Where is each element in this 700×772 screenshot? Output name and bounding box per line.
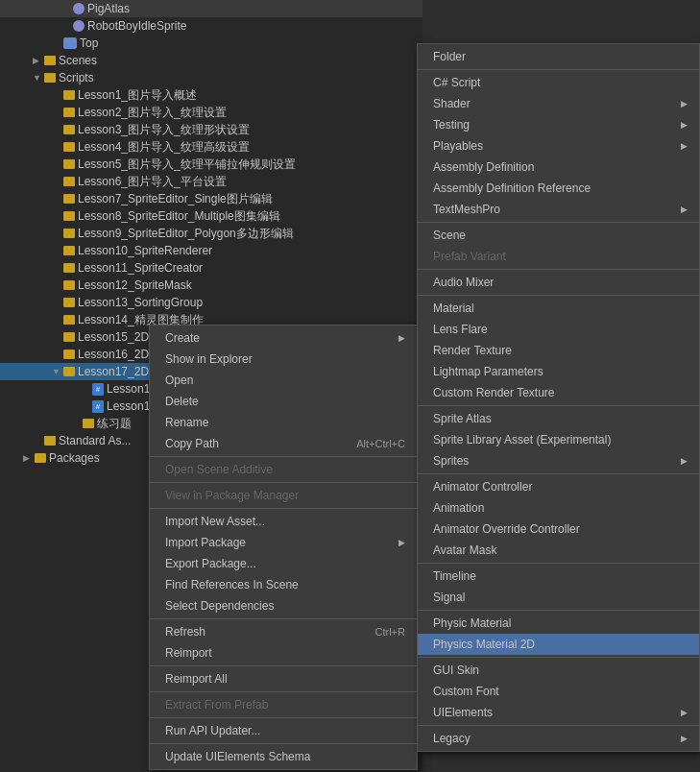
tree-item-label: Lesson2_图片导入_纹理设置 [78,105,227,121]
right-menu-item-label: Timeline [433,569,476,583]
right-menu-item-c#-script[interactable]: C# Script [418,72,699,93]
folder-icon [63,177,75,186]
right-menu-item-playables[interactable]: Playables [418,135,699,157]
left-menu-item-reimport[interactable]: Reimport [150,642,417,663]
tree-item-1[interactable]: RobotBoyIdleSprite [0,17,422,35]
tree-item-8[interactable]: Lesson4_图片导入_纹理高级设置 [0,138,422,156]
right-menu-item-avatar-mask[interactable]: Avatar Mask [418,540,699,561]
right-menu-item-lens-flare[interactable]: Lens Flare [418,319,699,340]
right-menu-item-legacy[interactable]: Legacy [418,728,699,749]
left-menu-item-show-in-explorer[interactable]: Show in Explorer [150,349,417,370]
right-menu-item-label: Render Texture [433,344,512,357]
tree-item-4[interactable]: ▼Scripts [0,69,422,86]
right-menu-item-textmeshpro[interactable]: TextMeshPro [418,199,699,220]
tree-item-label: Lesson11_SpriteCreator [78,261,203,275]
right-menu-separator-20 [418,405,699,406]
right-menu-item-label: Sprites [433,454,469,468]
right-menu-item-material[interactable]: Material [418,298,699,319]
cs-icon: # [92,400,104,413]
right-menu-item-animator-override-controller[interactable]: Animator Override Controller [418,519,699,540]
tree-item-14[interactable]: Lesson10_SpriteRenderer [0,242,422,259]
right-menu-item-label: Animator Controller [433,480,532,494]
right-menu-item-label: Lens Flare [433,323,488,336]
left-menu-item-reimport-all[interactable]: Reimport All [150,668,417,689]
right-menu-separator-24 [418,473,699,474]
right-menu-item-uielements[interactable]: UIElements [418,702,699,723]
right-menu-item-testing[interactable]: Testing [418,114,699,135]
menu-item-label: Open Scene Additive [165,463,273,476]
right-menu-separator-29 [418,563,699,564]
left-menu-item-run-api-updater...[interactable]: Run API Updater... [150,720,417,741]
right-menu-item-label: UIElements [433,706,493,719]
right-menu-item-label: Material [433,302,474,315]
tree-item-12[interactable]: Lesson8_SpriteEditor_Multiple图集编辑 [0,207,422,225]
menu-item-label: Select Dependencies [165,599,274,613]
tree-item-label: Lesson4_图片导入_纹理高级设置 [78,139,250,156]
right-menu-item-label: Animation [433,501,484,515]
right-menu-item-assembly-definition[interactable]: Assembly Definition [418,157,699,178]
right-menu-item-label: Audio Mixer [433,276,494,289]
tree-item-0[interactable]: PigAtlas [0,0,422,17]
right-menu-item-assembly-definition-reference[interactable]: Assembly Definition Reference [418,178,699,199]
left-menu-item-find-references-in-scene[interactable]: Find References In Scene [150,574,417,595]
folder-icon [63,350,75,359]
right-menu-item-animator-controller[interactable]: Animator Controller [418,476,699,497]
right-menu-item-shader[interactable]: Shader [418,93,699,114]
left-menu-item-export-package...[interactable]: Export Package... [150,553,417,574]
right-menu-item-sprite-atlas[interactable]: Sprite Atlas [418,408,699,429]
left-menu-item-view-in-package-manager: View in Package Manager [150,485,417,506]
tree-item-label: Top [80,36,98,50]
left-menu-item-create[interactable]: Create [150,327,417,349]
tree-item-2[interactable]: Top [0,35,422,52]
tree-arrow: ▼ [33,73,44,83]
left-menu-item-copy-path[interactable]: Copy PathAlt+Ctrl+C [150,433,417,454]
left-menu-item-delete[interactable]: Delete [150,391,417,412]
left-menu-item-import-new-asset...[interactable]: Import New Asset... [150,511,417,532]
right-menu-item-lightmap-parameters[interactable]: Lightmap Parameters [418,361,699,382]
right-menu-item-custom-font[interactable]: Custom Font [418,681,699,702]
right-menu-item-folder[interactable]: Folder [418,46,699,67]
left-menu-item-rename[interactable]: Rename [150,412,417,433]
tree-item-label: Lesson12_SpriteMask [78,278,192,292]
right-menu-item-animation[interactable]: Animation [418,497,699,519]
right-menu-item-render-texture[interactable]: Render Texture [418,340,699,361]
left-menu-item-update-uielements-schema[interactable]: Update UIElements Schema [150,746,417,767]
left-menu-item-select-dependencies[interactable]: Select Dependencies [150,595,417,616]
folder-icon [63,159,75,169]
left-menu-item-refresh[interactable]: RefreshCtrl+R [150,621,417,642]
left-menu-item-import-package[interactable]: Import Package [150,532,417,553]
right-menu-item-custom-render-texture[interactable]: Custom Render Texture [418,382,699,403]
right-menu-item-label: Testing [433,118,470,132]
tree-item-17[interactable]: Lesson13_SortingGroup [0,294,422,311]
folder-icon [63,229,75,238]
right-menu-item-sprites[interactable]: Sprites [418,450,699,471]
tree-item-9[interactable]: Lesson5_图片导入_纹理平铺拉伸规则设置 [0,156,422,173]
right-menu-item-audio-mixer[interactable]: Audio Mixer [418,272,699,293]
right-menu-item-gui-skin[interactable]: GUI Skin [418,660,699,681]
menu-separator-23 [150,717,417,718]
tree-item-15[interactable]: Lesson11_SpriteCreator [0,259,422,277]
right-menu-item-physics-material-2d[interactable]: Physics Material 2D [418,634,699,655]
tree-item-6[interactable]: Lesson2_图片导入_纹理设置 [0,104,422,121]
tree-item-11[interactable]: Lesson7_SpriteEditor_Single图片编辑 [0,190,422,207]
tree-item-5[interactable]: Lesson1_图片导入概述 [0,86,422,104]
tree-item-13[interactable]: Lesson9_SpriteEditor_Polygon多边形编辑 [0,225,422,242]
cs-icon: # [92,383,104,396]
right-menu-item-label: Signal [433,591,465,604]
right-menu-separator-39 [418,725,699,726]
menu-item-label: Delete [165,395,199,408]
right-menu-item-sprite-library-asset-(experimental)[interactable]: Sprite Library Asset (Experimental) [418,429,699,450]
right-menu-item-timeline[interactable]: Timeline [418,566,699,587]
left-menu-item-open[interactable]: Open [150,370,417,391]
menu-item-label: Import New Asset... [165,515,265,528]
folder-icon [63,315,75,325]
tree-item-16[interactable]: Lesson12_SpriteMask [0,277,422,294]
right-menu-item-scene[interactable]: Scene [418,225,699,246]
right-menu-item-physic-material[interactable]: Physic Material [418,613,699,634]
right-menu-item-label: Physic Material [433,616,511,630]
tree-item-3[interactable]: ▶Scenes [0,52,422,69]
right-menu-item-label: Scene [433,229,466,242]
right-menu-item-signal[interactable]: Signal [418,587,699,608]
tree-item-7[interactable]: Lesson3_图片导入_纹理形状设置 [0,121,422,138]
tree-item-10[interactable]: Lesson6_图片导入_平台设置 [0,173,422,190]
